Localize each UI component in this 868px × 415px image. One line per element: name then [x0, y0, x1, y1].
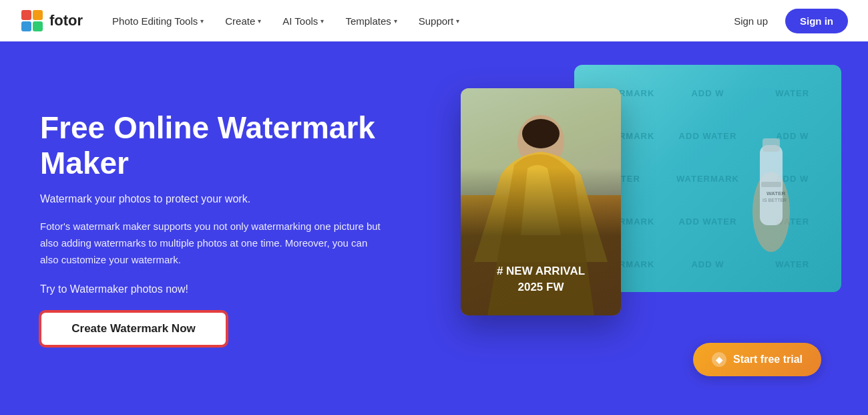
nav-item-photo-editing[interactable]: Photo Editing Tools ▾ — [103, 10, 213, 32]
chevron-down-icon: ▾ — [320, 17, 324, 25]
nav-item-create[interactable]: Create ▾ — [216, 10, 270, 32]
hero-right-visual: WATERMARK ADD W WATER WATERMARK ADD WATE… — [427, 68, 828, 388]
chevron-down-icon: ▾ — [394, 17, 397, 25]
nav-links: Photo Editing Tools ▾ Create ▾ AI Tools … — [103, 10, 724, 32]
nav-item-templates[interactable]: Templates ▾ — [336, 10, 406, 32]
hero-title: Free Online Watermark Maker — [40, 110, 427, 181]
svg-rect-3 — [21, 21, 31, 31]
svg-text:WATER: WATER — [767, 190, 786, 196]
hero-description: Fotor's watermark maker supports you not… — [40, 219, 387, 268]
svg-text:IS BETTER: IS BETTER — [763, 198, 787, 202]
logo-text: fotor — [49, 12, 83, 29]
svg-rect-4 — [33, 21, 43, 31]
bottle-illustration: WATER IS BETTER — [708, 78, 835, 272]
navbar: fotor Photo Editing Tools ▾ Create ▾ AI … — [0, 0, 868, 41]
hero-left-content: Free Online Watermark Maker Watermark yo… — [40, 68, 427, 388]
fotor-logo-icon — [20, 9, 44, 33]
svg-rect-1 — [21, 10, 31, 20]
chevron-down-icon: ▾ — [200, 17, 204, 25]
chevron-down-icon: ▾ — [258, 17, 261, 25]
hero-cta-text: Try to Watermaker photos now! — [40, 283, 427, 295]
start-free-trial-button[interactable]: ◆ Start free trial — [693, 343, 821, 376]
signin-button[interactable]: Sign in — [785, 9, 848, 33]
svg-rect-7 — [763, 138, 780, 152]
chevron-down-icon: ▾ — [456, 17, 459, 25]
logo[interactable]: fotor — [20, 9, 83, 33]
nav-auth: Sign up Sign in — [724, 9, 848, 33]
svg-rect-2 — [33, 10, 43, 20]
hero-section: Free Online Watermark Maker Watermark yo… — [0, 41, 868, 415]
watermark-front-card: # NEW ARRIVAL 2025 FW — [461, 88, 621, 315]
signup-button[interactable]: Sign up — [724, 10, 777, 32]
card-label: # NEW ARRIVAL 2025 FW — [461, 263, 621, 295]
svg-rect-8 — [761, 182, 781, 187]
diamond-icon: ◆ — [712, 352, 726, 367]
hero-subtitle: Watermark your photos to protect your wo… — [40, 193, 427, 205]
nav-item-ai-tools[interactable]: AI Tools ▾ — [273, 10, 333, 32]
create-watermark-button[interactable]: Create Watermark Now — [40, 311, 227, 346]
nav-item-support[interactable]: Support ▾ — [409, 10, 469, 32]
